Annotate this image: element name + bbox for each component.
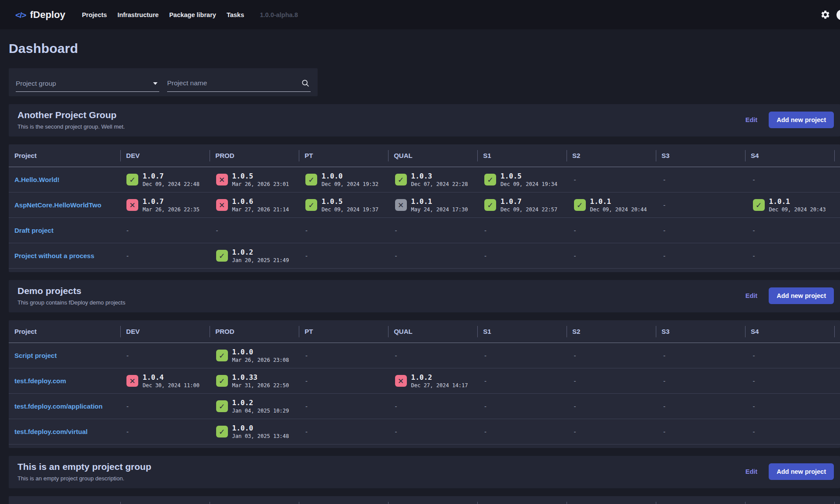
deployed-date: Dec 27, 2024 14:17 xyxy=(411,383,468,388)
empty-deployment: - xyxy=(395,352,397,359)
deployment-cell-s3: - xyxy=(658,352,747,359)
column-header-overflow xyxy=(834,144,840,167)
gear-icon[interactable] xyxy=(820,10,830,20)
deployment-cell-s2: - xyxy=(568,352,658,359)
deployment-cell-prod[interactable]: ✕1.0.5Mar 26, 2026 23:01 xyxy=(210,172,300,187)
deployment-cell-s1[interactable]: ✓1.0.5Dec 09, 2024 19:34 xyxy=(479,172,568,187)
edit-group-button[interactable]: Edit xyxy=(734,464,769,480)
status-success-icon: ✓ xyxy=(484,174,496,186)
empty-deployment: - xyxy=(305,352,308,359)
nav-item-infrastructure[interactable]: Infrastructure xyxy=(112,11,164,18)
column-header-s3: S3 xyxy=(656,144,745,167)
empty-deployment: - xyxy=(663,227,665,234)
deployed-version: 1.0.5 xyxy=(500,172,557,180)
nav-icons xyxy=(820,10,840,20)
deployed-version: 1.0.7 xyxy=(500,198,557,205)
deployment-cell-s4: - xyxy=(747,252,837,259)
project-link[interactable]: AspNetCore.HelloWorldTwo xyxy=(14,201,102,209)
deployment-cell-prod[interactable]: ✓1.0.33Mar 31, 2026 22:50 xyxy=(210,374,300,388)
deployment-info: 1.0.0Mar 26, 2026 23:08 xyxy=(232,348,289,363)
project-row: AspNetCore.HelloWorldTwo✕1.0.7Mar 26, 20… xyxy=(9,192,840,218)
deployed-version: 1.0.0 xyxy=(322,172,378,180)
app-logo[interactable]: </> fDeploy xyxy=(15,9,65,21)
column-header-dev: DEV xyxy=(120,144,210,167)
column-header-qual: QUAL xyxy=(388,320,477,343)
edit-group-button[interactable]: Edit xyxy=(734,288,769,304)
deployment-cell-s2[interactable]: ✓1.0.1Dec 09, 2024 20:44 xyxy=(568,198,658,213)
project-row: Draft project-------- xyxy=(9,218,840,243)
empty-deployment: - xyxy=(574,402,576,410)
deployment-cell-s4: - xyxy=(747,352,837,359)
deployment-cell-pt: - xyxy=(300,227,389,234)
empty-deployment: - xyxy=(395,402,397,410)
deployment-cell-prod[interactable]: ✓1.0.0Mar 26, 2026 23:08 xyxy=(210,348,300,363)
project-cell: AspNetCore.HelloWorldTwo xyxy=(9,201,121,209)
deployed-date: Mar 26, 2026 22:35 xyxy=(143,207,200,213)
add-project-button[interactable]: Add new project xyxy=(769,287,834,304)
nav-item-projects[interactable]: Projects xyxy=(77,11,112,18)
project-link[interactable]: Draft project xyxy=(14,227,53,234)
deployment-cell-prod[interactable]: ✓1.0.0Jan 03, 2025 13:48 xyxy=(210,424,300,439)
deployment-cell-dev[interactable]: ✕1.0.7Mar 26, 2026 22:35 xyxy=(121,198,210,213)
nav-item-tasks[interactable]: Tasks xyxy=(221,11,249,18)
status-success-icon: ✓ xyxy=(216,375,228,387)
deployment-cell-s4: - xyxy=(747,428,837,435)
nav-item-package-library[interactable]: Package library xyxy=(164,11,221,18)
deployment-cell-dev: - xyxy=(121,227,210,234)
deployment-cell-pt[interactable]: ✓1.0.0Dec 09, 2024 19:32 xyxy=(300,172,389,187)
deployment-cell-qual[interactable]: ✕1.0.1May 24, 2024 17:30 xyxy=(389,198,479,213)
deployed-date: Mar 27, 2026 21:14 xyxy=(232,207,289,213)
empty-deployment: - xyxy=(753,428,755,435)
column-header-overflow xyxy=(834,496,840,504)
add-project-button[interactable]: Add new project xyxy=(769,112,834,128)
deployment-cell-prod[interactable]: ✓1.0.2Jan 20, 2025 21:49 xyxy=(210,248,300,263)
project-row: Script project-✓1.0.0Mar 26, 2026 23:08-… xyxy=(9,343,840,368)
project-link[interactable]: test.fdeploy.com xyxy=(14,377,66,385)
project-row: test.fdeploy.com✕1.0.4Dec 30, 2024 11:00… xyxy=(9,368,840,394)
status-success-icon: ✓ xyxy=(753,199,765,211)
project-link[interactable]: test.fdeploy.com/application xyxy=(14,402,102,410)
project-cell: A.Hello.World! xyxy=(9,176,121,184)
projects-table: ProjectDEVPRODPTQUALS1S2S3S4 Script proj… xyxy=(9,320,840,448)
deployment-cell-s4[interactable]: ✓1.0.1Dec 09, 2024 20:43 xyxy=(747,198,837,213)
empty-deployment: - xyxy=(484,428,486,435)
search-icon[interactable] xyxy=(301,79,310,88)
top-nav: </> fDeploy ProjectsInfrastructurePackag… xyxy=(0,0,840,29)
project-link[interactable]: Project without a process xyxy=(14,252,94,259)
deployed-date: Mar 31, 2026 22:50 xyxy=(232,383,289,388)
empty-deployment: - xyxy=(126,227,129,234)
column-header-s1: S1 xyxy=(477,320,567,343)
deployment-info: 1.0.0Dec 09, 2024 19:32 xyxy=(322,172,378,187)
project-link[interactable]: Script project xyxy=(14,352,57,359)
project-name-input[interactable] xyxy=(167,79,290,87)
user-account-icon[interactable] xyxy=(836,10,840,20)
column-header-s3: S3 xyxy=(656,496,745,504)
deployment-cell-dev[interactable]: ✓1.0.7Dec 09, 2024 22:48 xyxy=(121,172,210,187)
group-actions: Edit Add new project xyxy=(734,112,834,128)
deployment-cell-dev: - xyxy=(121,252,210,259)
deployed-version: 1.0.2 xyxy=(232,399,289,406)
deployment-cell-s1[interactable]: ✓1.0.7Dec 09, 2024 22:57 xyxy=(479,198,568,213)
group-header-text: Demo projects This group contains fDeplo… xyxy=(18,286,125,306)
deployment-cell-pt[interactable]: ✓1.0.5Dec 09, 2024 19:37 xyxy=(300,198,389,213)
edit-group-button[interactable]: Edit xyxy=(734,112,769,128)
empty-deployment: - xyxy=(753,352,755,359)
project-link[interactable]: test.fdeploy.com/virtual xyxy=(14,428,88,435)
project-link[interactable]: A.Hello.World! xyxy=(14,176,60,183)
deployment-cell-dev[interactable]: ✕1.0.4Dec 30, 2024 11:00 xyxy=(121,374,210,388)
project-cell: Project without a process xyxy=(9,252,121,260)
deployed-version: 1.0.4 xyxy=(143,374,200,381)
add-project-button[interactable]: Add new project xyxy=(769,463,834,480)
deployment-cell-qual[interactable]: ✕1.0.2Dec 27, 2024 14:17 xyxy=(389,374,479,388)
chevron-down-icon xyxy=(153,82,158,85)
deployment-cell-prod[interactable]: ✕1.0.6Mar 27, 2026 21:14 xyxy=(210,198,300,213)
deployment-info: 1.0.1Dec 09, 2024 20:43 xyxy=(769,198,826,213)
column-header-s2: S2 xyxy=(567,496,656,504)
column-header-pt: PT xyxy=(299,320,388,343)
deployment-cell-qual[interactable]: ✓1.0.3Dec 07, 2024 22:28 xyxy=(389,172,479,187)
group-description: This is an empty project group descripti… xyxy=(18,475,151,482)
project-group-select[interactable]: Project group xyxy=(16,80,159,92)
deployed-version: 1.0.5 xyxy=(232,172,289,180)
deployment-cell-prod[interactable]: ✓1.0.2Jan 04, 2025 10:29 xyxy=(210,399,300,414)
deployment-info: 1.0.33Mar 31, 2026 22:50 xyxy=(232,374,289,388)
